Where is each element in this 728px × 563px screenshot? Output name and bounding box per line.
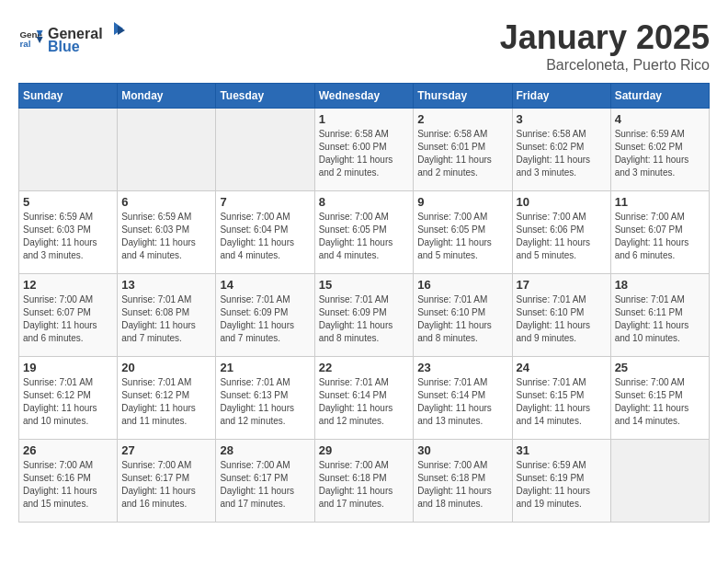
weekday-header-sunday: Sunday [19, 84, 118, 109]
day-number: 4 [615, 112, 705, 126]
day-number: 28 [220, 443, 310, 457]
day-info: Sunrise: 7:01 AM Sunset: 6:09 PM Dayligh… [319, 293, 410, 345]
logo-icon: Gene ral [18, 24, 44, 50]
day-info: Sunrise: 6:59 AM Sunset: 6:19 PM Dayligh… [517, 459, 607, 511]
calendar-cell: 27Sunrise: 7:00 AM Sunset: 6:17 PM Dayli… [118, 440, 216, 523]
calendar-cell: 31Sunrise: 6:59 AM Sunset: 6:19 PM Dayli… [512, 440, 610, 523]
day-number: 25 [615, 361, 705, 374]
day-info: Sunrise: 7:00 AM Sunset: 6:15 PM Dayligh… [615, 376, 705, 428]
calendar-cell: 4Sunrise: 6:59 AM Sunset: 6:02 PM Daylig… [610, 109, 709, 191]
calendar-cell: 7Sunrise: 7:00 AM Sunset: 6:04 PM Daylig… [216, 191, 314, 274]
calendar-cell: 14Sunrise: 7:01 AM Sunset: 6:09 PM Dayli… [216, 274, 314, 357]
calendar-cell: 15Sunrise: 7:01 AM Sunset: 6:09 PM Dayli… [314, 274, 414, 357]
day-info: Sunrise: 7:01 AM Sunset: 6:09 PM Dayligh… [220, 293, 310, 345]
day-number: 14 [220, 278, 310, 292]
week-row-2: 5Sunrise: 6:59 AM Sunset: 6:03 PM Daylig… [19, 191, 710, 274]
calendar-cell [216, 109, 314, 191]
calendar-cell: 19Sunrise: 7:01 AM Sunset: 6:12 PM Dayli… [19, 357, 118, 440]
day-number: 12 [23, 278, 113, 292]
day-number: 16 [417, 278, 507, 292]
day-info: Sunrise: 7:01 AM Sunset: 6:10 PM Dayligh… [517, 293, 607, 345]
svg-text:ral: ral [19, 39, 30, 49]
day-info: Sunrise: 6:58 AM Sunset: 6:01 PM Dayligh… [417, 128, 507, 179]
day-number: 22 [319, 361, 410, 374]
location: Barceloneta, Puerto Rico [500, 57, 710, 74]
day-number: 11 [615, 195, 705, 209]
day-info: Sunrise: 7:00 AM Sunset: 6:04 PM Dayligh… [220, 211, 310, 262]
logo-arrow-icon [105, 18, 125, 39]
calendar-cell: 10Sunrise: 7:00 AM Sunset: 6:06 PM Dayli… [512, 191, 610, 274]
calendar-cell: 6Sunrise: 6:59 AM Sunset: 6:03 PM Daylig… [118, 191, 216, 274]
calendar-cell: 26Sunrise: 7:00 AM Sunset: 6:16 PM Dayli… [19, 440, 118, 523]
day-info: Sunrise: 7:01 AM Sunset: 6:12 PM Dayligh… [23, 376, 113, 428]
day-number: 13 [121, 278, 211, 292]
day-number: 17 [517, 278, 607, 292]
calendar-cell: 28Sunrise: 7:00 AM Sunset: 6:17 PM Dayli… [216, 440, 314, 523]
calendar-cell [610, 440, 709, 523]
day-number: 5 [23, 195, 113, 209]
day-number: 15 [319, 278, 410, 292]
weekday-header-tuesday: Tuesday [216, 84, 314, 109]
week-row-5: 26Sunrise: 7:00 AM Sunset: 6:16 PM Dayli… [19, 440, 710, 523]
calendar-cell: 23Sunrise: 7:01 AM Sunset: 6:14 PM Dayli… [414, 357, 512, 440]
day-info: Sunrise: 7:00 AM Sunset: 6:17 PM Dayligh… [121, 459, 211, 511]
day-info: Sunrise: 6:59 AM Sunset: 6:03 PM Dayligh… [23, 211, 113, 262]
calendar-cell: 25Sunrise: 7:00 AM Sunset: 6:15 PM Dayli… [610, 357, 709, 440]
logo: Gene ral General Blue [18, 18, 127, 55]
day-info: Sunrise: 7:01 AM Sunset: 6:14 PM Dayligh… [319, 376, 410, 428]
day-number: 8 [319, 195, 410, 209]
calendar-cell: 20Sunrise: 7:01 AM Sunset: 6:12 PM Dayli… [118, 357, 216, 440]
weekday-header-monday: Monday [118, 84, 216, 109]
weekday-header-thursday: Thursday [414, 84, 512, 109]
day-info: Sunrise: 7:00 AM Sunset: 6:05 PM Dayligh… [417, 211, 507, 262]
day-number: 1 [319, 112, 410, 126]
day-info: Sunrise: 7:01 AM Sunset: 6:15 PM Dayligh… [517, 376, 607, 428]
day-info: Sunrise: 7:01 AM Sunset: 6:10 PM Dayligh… [417, 293, 507, 345]
day-info: Sunrise: 7:01 AM Sunset: 6:08 PM Dayligh… [121, 293, 211, 345]
day-info: Sunrise: 7:00 AM Sunset: 6:16 PM Dayligh… [23, 459, 113, 511]
day-info: Sunrise: 6:58 AM Sunset: 6:02 PM Dayligh… [517, 128, 607, 179]
calendar-cell: 2Sunrise: 6:58 AM Sunset: 6:01 PM Daylig… [414, 109, 512, 191]
day-info: Sunrise: 7:00 AM Sunset: 6:17 PM Dayligh… [220, 459, 310, 511]
day-number: 6 [121, 195, 211, 209]
day-number: 24 [517, 361, 607, 374]
calendar-cell: 5Sunrise: 6:59 AM Sunset: 6:03 PM Daylig… [19, 191, 118, 274]
calendar-cell: 13Sunrise: 7:01 AM Sunset: 6:08 PM Dayli… [118, 274, 216, 357]
calendar-cell: 30Sunrise: 7:00 AM Sunset: 6:18 PM Dayli… [414, 440, 512, 523]
weekday-header-wednesday: Wednesday [314, 84, 414, 109]
calendar-table: SundayMondayTuesdayWednesdayThursdayFrid… [18, 83, 710, 523]
page-header: Gene ral General Blue January 2025 Barce… [18, 18, 710, 74]
day-info: Sunrise: 7:00 AM Sunset: 6:05 PM Dayligh… [319, 211, 410, 262]
calendar-cell: 17Sunrise: 7:01 AM Sunset: 6:10 PM Dayli… [512, 274, 610, 357]
day-info: Sunrise: 6:59 AM Sunset: 6:03 PM Dayligh… [121, 211, 211, 262]
day-info: Sunrise: 7:00 AM Sunset: 6:18 PM Dayligh… [319, 459, 410, 511]
day-number: 2 [417, 112, 507, 126]
week-row-1: 1Sunrise: 6:58 AM Sunset: 6:00 PM Daylig… [19, 109, 710, 191]
weekday-header-row: SundayMondayTuesdayWednesdayThursdayFrid… [19, 84, 710, 109]
day-number: 31 [517, 443, 607, 457]
day-number: 9 [417, 195, 507, 209]
calendar-cell: 1Sunrise: 6:58 AM Sunset: 6:00 PM Daylig… [314, 109, 414, 191]
calendar-cell [118, 109, 216, 191]
day-number: 20 [121, 361, 211, 374]
weekday-header-saturday: Saturday [610, 84, 709, 109]
calendar-cell: 12Sunrise: 7:00 AM Sunset: 6:07 PM Dayli… [19, 274, 118, 357]
calendar-cell: 11Sunrise: 7:00 AM Sunset: 6:07 PM Dayli… [610, 191, 709, 274]
day-number: 21 [220, 361, 310, 374]
day-info: Sunrise: 6:59 AM Sunset: 6:02 PM Dayligh… [615, 128, 705, 179]
day-info: Sunrise: 7:00 AM Sunset: 6:06 PM Dayligh… [517, 211, 607, 262]
calendar-cell: 9Sunrise: 7:00 AM Sunset: 6:05 PM Daylig… [414, 191, 512, 274]
calendar-cell: 16Sunrise: 7:01 AM Sunset: 6:10 PM Dayli… [414, 274, 512, 357]
day-number: 19 [23, 361, 113, 374]
weekday-header-friday: Friday [512, 84, 610, 109]
calendar-cell: 21Sunrise: 7:01 AM Sunset: 6:13 PM Dayli… [216, 357, 314, 440]
day-number: 29 [319, 443, 410, 457]
day-info: Sunrise: 6:58 AM Sunset: 6:00 PM Dayligh… [319, 128, 410, 179]
day-info: Sunrise: 7:01 AM Sunset: 6:12 PM Dayligh… [121, 376, 211, 428]
title-area: January 2025 Barceloneta, Puerto Rico [500, 18, 710, 74]
calendar-cell: 29Sunrise: 7:00 AM Sunset: 6:18 PM Dayli… [314, 440, 414, 523]
day-number: 27 [121, 443, 211, 457]
day-number: 23 [417, 361, 507, 374]
day-info: Sunrise: 7:01 AM Sunset: 6:13 PM Dayligh… [220, 376, 310, 428]
calendar-cell: 3Sunrise: 6:58 AM Sunset: 6:02 PM Daylig… [512, 109, 610, 191]
